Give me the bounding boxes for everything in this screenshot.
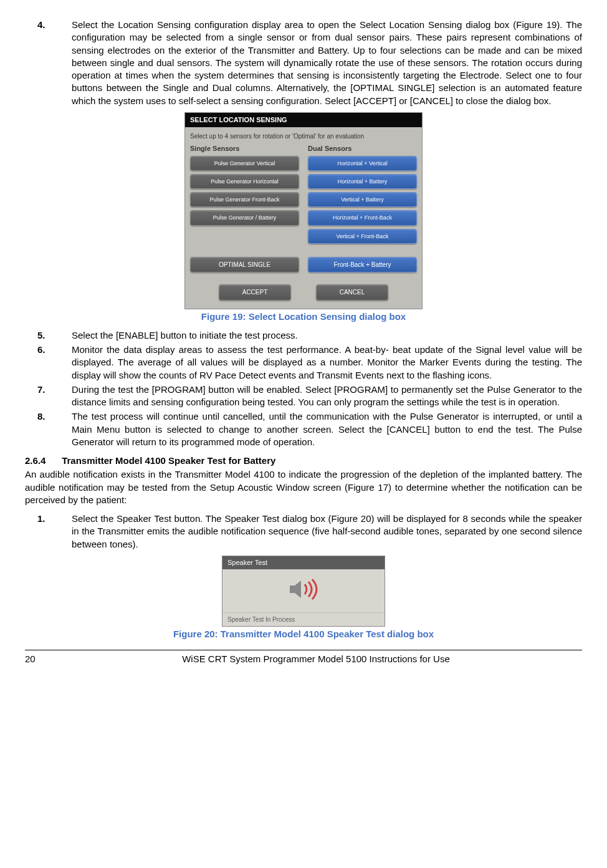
- list-text: Select the Speaker Test button. The Spea…: [72, 513, 582, 551]
- single-sensor-button[interactable]: Pulse Generator Horizontal: [190, 174, 299, 189]
- single-sensors-column: Single Sensors Pulse Generator Vertical …: [190, 144, 299, 247]
- list-item-8: 8. The test process will continue until …: [25, 410, 582, 448]
- optimal-single-button[interactable]: OPTIMAL SINGLE: [190, 257, 299, 273]
- dialog-title: SELECT LOCATION SENSING: [185, 113, 422, 127]
- dual-sensor-button[interactable]: Horizontal + Front-Back: [308, 210, 417, 225]
- figure-19-caption: Figure 19: Select Location Sensing dialo…: [25, 311, 582, 323]
- footer-title: WiSE CRT System Programmer Model 5100 In…: [50, 653, 582, 665]
- single-sensor-button[interactable]: Pulse Generator Vertical: [190, 156, 299, 171]
- list-item-5: 5. Select the [ENABLE] button to initiat…: [25, 329, 582, 342]
- list-text: The test process will continue until can…: [72, 410, 582, 448]
- page-number: 20: [25, 653, 50, 665]
- dual-sensor-button[interactable]: Horizontal + Vertical: [308, 156, 417, 171]
- page-footer: 20 WiSE CRT System Programmer Model 5100…: [25, 650, 582, 665]
- list-text: During the test the [PROGRAM] button wil…: [72, 383, 582, 409]
- dual-sensor-button[interactable]: Vertical + Battery: [308, 192, 417, 207]
- dual-sensors-column: Dual Sensors Horizontal + Vertical Horiz…: [308, 144, 417, 247]
- list-number: 4.: [25, 19, 72, 107]
- list-text: Monitor the data display areas to assess…: [72, 344, 582, 382]
- speaker-test-dialog: Speaker Test Speaker Test In Process: [222, 556, 385, 627]
- section-heading-264: 2.6.4 Transmitter Model 4100 Speaker Tes…: [25, 455, 582, 467]
- select-location-sensing-dialog: SELECT LOCATION SENSING Select up to 4 s…: [184, 112, 423, 309]
- list-text: Select the [ENABLE] button to initiate t…: [72, 329, 582, 342]
- figure-20-caption: Figure 20: Transmitter Model 4100 Speake…: [25, 628, 582, 640]
- dual-sensor-button[interactable]: Front-Back + Battery: [308, 257, 417, 273]
- list-item-4: 4. Select the Location Sensing configura…: [25, 19, 582, 107]
- speaker-icon: [286, 577, 321, 605]
- dual-sensor-button[interactable]: Horizontal + Battery: [308, 174, 417, 189]
- list-item-speaker-1: 1. Select the Speaker Test button. The S…: [25, 513, 582, 551]
- section-number: 2.6.4: [25, 455, 59, 467]
- list-text: Select the Location Sensing configuratio…: [72, 19, 582, 107]
- list-number: 7.: [25, 383, 72, 409]
- speaker-test-title: Speaker Test: [222, 556, 385, 569]
- figure-20-wrap: Speaker Test Speaker Test In Process Fig…: [25, 556, 582, 641]
- list-number: 1.: [25, 513, 72, 551]
- single-sensor-button[interactable]: Pulse Generator Front-Back: [190, 192, 299, 207]
- list-item-6: 6. Monitor the data display areas to ass…: [25, 344, 582, 382]
- figure-19-wrap: SELECT LOCATION SENSING Select up to 4 s…: [25, 112, 582, 323]
- list-number: 6.: [25, 344, 72, 382]
- dialog-subtitle: Select up to 4 sensors for rotation or '…: [190, 130, 417, 145]
- single-sensor-button[interactable]: Pulse Generator / Battery: [190, 210, 299, 225]
- list-number: 5.: [25, 329, 72, 342]
- list-number: 8.: [25, 410, 72, 448]
- list-item-7: 7. During the test the [PROGRAM] button …: [25, 383, 582, 409]
- speaker-test-status: Speaker Test In Process: [222, 612, 385, 627]
- section-intro-paragraph: An audible notification exists in the Tr…: [25, 468, 582, 506]
- dual-sensors-head: Dual Sensors: [308, 144, 417, 153]
- single-sensors-head: Single Sensors: [190, 144, 299, 153]
- svg-marker-0: [290, 581, 301, 598]
- section-title: Transmitter Model 4100 Speaker Test for …: [62, 455, 275, 466]
- cancel-button[interactable]: CANCEL: [316, 284, 388, 301]
- accept-button[interactable]: ACCEPT: [219, 284, 291, 301]
- dual-sensor-button[interactable]: Vertical + Front-Back: [308, 229, 417, 244]
